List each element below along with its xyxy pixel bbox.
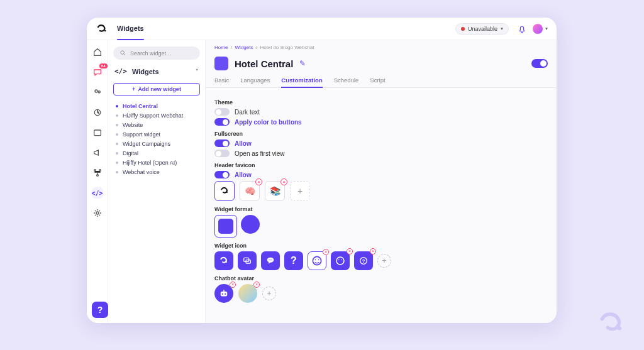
- sidebar-widget-item[interactable]: Webchat voice: [116, 169, 200, 175]
- remove-icon[interactable]: ×: [255, 178, 262, 185]
- sidebar-section-header[interactable]: </> Widgets ˅: [113, 65, 200, 78]
- sidebar-widget-item[interactable]: Widget Campaigns: [116, 141, 200, 147]
- plus-icon: +: [297, 186, 303, 196]
- breadcrumb-current: Hotel do Slogo Webchat: [260, 45, 314, 50]
- page-header: Hotel Central ✎: [206, 50, 557, 73]
- toggle-dark-text[interactable]: [214, 108, 230, 116]
- sidebar-widget-item[interactable]: Hotel Central: [116, 103, 200, 109]
- rail-calendar-icon[interactable]: [92, 127, 103, 138]
- tab-schedule[interactable]: Schedule: [334, 77, 359, 87]
- help-icon: ?: [97, 305, 103, 315]
- sidebar-widget-item[interactable]: Support widget: [116, 131, 200, 138]
- widget-icon-option[interactable]: ×?: [354, 251, 373, 270]
- avatar-option[interactable]: ×: [238, 284, 257, 303]
- plus-icon: +: [132, 86, 135, 92]
- label-favicon-allow: Allow: [235, 172, 252, 178]
- status-label: Unavailable: [468, 26, 497, 32]
- favicon-option[interactable]: ×🧠: [240, 181, 260, 201]
- rail-analytics-icon[interactable]: [92, 107, 103, 118]
- rail-widgets-icon[interactable]: </>: [92, 187, 103, 199]
- widget-icon-option[interactable]: [214, 251, 233, 270]
- svg-text:?: ?: [362, 258, 365, 264]
- tab-languages[interactable]: Languages: [240, 77, 270, 87]
- sidebar-widget-item[interactable]: Digital: [116, 150, 200, 156]
- svg-point-1: [95, 90, 97, 92]
- remove-icon[interactable]: ×: [230, 282, 236, 288]
- add-widget-button[interactable]: + Add new widget: [113, 83, 200, 96]
- custom-face-icon: [311, 254, 323, 267]
- toggle-fullscreen-allow[interactable]: [214, 139, 230, 147]
- avatar-add[interactable]: +: [262, 287, 276, 300]
- breadcrumb: Home / Widgets / Hotel do Slogo Webchat: [206, 40, 557, 50]
- sidebar-widget-item[interactable]: HiJiffy Support Webchat: [116, 112, 200, 119]
- remove-icon[interactable]: ×: [323, 249, 329, 255]
- tab-script[interactable]: Script: [370, 77, 385, 87]
- label-open-first: Open as first view: [235, 150, 284, 157]
- sidebar-widget-item[interactable]: Website: [116, 122, 200, 128]
- section-label-format: Widget format: [214, 206, 548, 212]
- widget-color-swatch[interactable]: [214, 57, 228, 70]
- widget-icon-option[interactable]: ×: [308, 251, 326, 270]
- widget-enabled-toggle[interactable]: [531, 59, 548, 68]
- svg-point-8: [96, 212, 99, 214]
- user-avatar[interactable]: [533, 24, 543, 34]
- svg-point-29: [618, 326, 621, 330]
- avatar-option[interactable]: ×: [214, 284, 233, 303]
- widget-icon-option[interactable]: ?: [284, 251, 303, 270]
- remove-icon[interactable]: ×: [253, 282, 260, 288]
- favicon-option[interactable]: ×📚: [265, 181, 285, 201]
- tab-basic[interactable]: Basic: [214, 77, 229, 87]
- svg-rect-28: [223, 290, 225, 292]
- label-dark-text: Dark text: [235, 109, 260, 116]
- favicon-option[interactable]: [214, 181, 235, 201]
- svg-point-0: [104, 30, 106, 31]
- widget-icon-option[interactable]: [261, 251, 280, 270]
- toggle-favicon-allow[interactable]: [214, 171, 230, 178]
- rail-home-icon[interactable]: [92, 46, 103, 58]
- format-circle[interactable]: [241, 215, 260, 234]
- rail-settings-icon[interactable]: [92, 207, 103, 219]
- rail-inbox-icon[interactable]: 64: [92, 67, 103, 78]
- remove-icon[interactable]: ×: [370, 248, 376, 254]
- breadcrumb-widgets[interactable]: Widgets: [235, 45, 253, 50]
- tabs: Basic Languages Customization Schedule S…: [206, 73, 557, 88]
- rail-flows-icon[interactable]: [92, 167, 103, 178]
- tab-customization[interactable]: Customization: [281, 77, 322, 87]
- toggle-open-first[interactable]: [214, 150, 230, 157]
- svg-point-17: [313, 256, 321, 265]
- notifications-icon[interactable]: [518, 25, 526, 33]
- watermark-logo-icon: [597, 310, 625, 337]
- chevron-down-icon[interactable]: ▾: [545, 26, 548, 31]
- svg-point-15: [270, 260, 270, 260]
- main-content: Home / Widgets / Hotel do Slogo Webchat …: [206, 40, 557, 323]
- search-icon: [119, 50, 126, 57]
- availability-dropdown[interactable]: Unavailable ▾: [455, 23, 509, 35]
- rail-campaigns-icon[interactable]: [92, 147, 103, 158]
- favicon-emoji-icon: 📚: [270, 186, 280, 196]
- topbar: Widgets Unavailable ▾ ▾: [87, 18, 557, 40]
- svg-point-5: [94, 170, 96, 172]
- search-input[interactable]: Search widget…: [113, 46, 200, 60]
- sidebar: Search widget… </> Widgets ˅ + Add new w…: [108, 40, 206, 323]
- help-fab[interactable]: ?: [92, 302, 108, 318]
- top-tab-widgets[interactable]: Widgets: [117, 25, 144, 33]
- favicon-add[interactable]: +: [290, 181, 310, 201]
- remove-icon[interactable]: ×: [347, 248, 353, 254]
- edit-icon[interactable]: ✎: [299, 59, 306, 68]
- svg-point-27: [225, 293, 226, 295]
- breadcrumb-home[interactable]: Home: [214, 45, 228, 50]
- svg-point-19: [318, 260, 319, 261]
- rail-contacts-icon[interactable]: [92, 87, 103, 98]
- widget-icon-option[interactable]: ×: [331, 251, 350, 270]
- speech-dots-icon: [265, 256, 275, 266]
- app-window: Widgets Unavailable ▾ ▾ 64 </>: [87, 18, 557, 323]
- format-square[interactable]: [214, 215, 237, 238]
- svg-point-21: [338, 260, 340, 261]
- plus-icon: +: [267, 289, 271, 298]
- widget-icon-add[interactable]: +: [377, 254, 391, 268]
- remove-icon[interactable]: ×: [280, 178, 287, 185]
- widget-icon-option[interactable]: [238, 251, 257, 270]
- toggle-apply-color[interactable]: [214, 118, 230, 126]
- sidebar-widget-item[interactable]: Hijiffy Hotel (Open AI): [116, 160, 200, 166]
- label-fullscreen-allow: Allow: [235, 140, 252, 147]
